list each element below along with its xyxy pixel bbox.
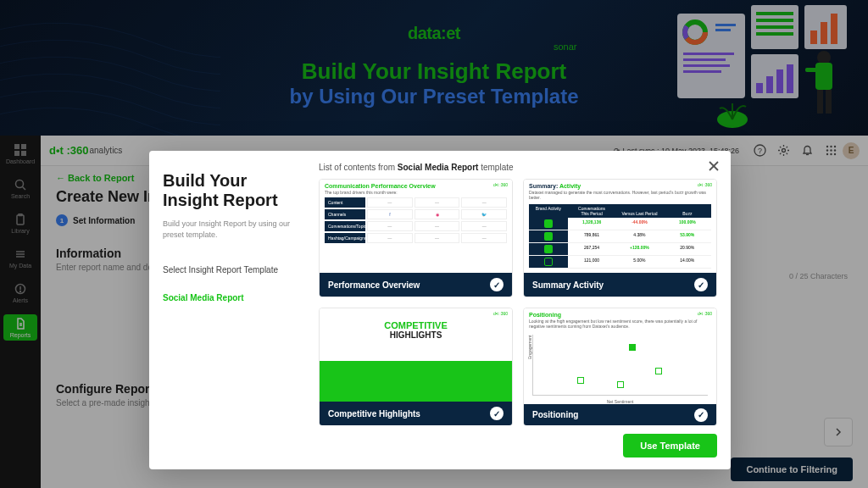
check-icon: ✓ (694, 408, 708, 422)
template-label: Select Insight Report Template (163, 265, 305, 274)
template-card-performance[interactable]: d•t :360 Communication Performance Overv… (319, 179, 513, 297)
close-button[interactable] (705, 158, 722, 175)
template-card-summary[interactable]: d•t :360 Summary: Summary: ActivityActiv… (523, 179, 717, 297)
preview-sub: Dataxet managed to generate the most con… (524, 190, 716, 202)
card-label: Competitive Highlights (328, 409, 420, 419)
preview-sub: Looking at the high engagement but low n… (524, 319, 716, 331)
preview-title: Summary: Summary: ActivityActivity (524, 180, 716, 190)
check-icon: ✓ (490, 278, 504, 291)
template-option-social-media[interactable]: Social Media Report (163, 293, 305, 302)
preview-title: COMPETITIVE (320, 308, 512, 330)
positioning-chart: Engagement (532, 335, 708, 396)
card-label: Performance Overview (328, 280, 420, 290)
check-icon: ✓ (694, 278, 708, 291)
modal-title: Build YourInsight Report (163, 171, 305, 210)
preview-title: Communication Performance Overview (320, 180, 512, 190)
card-label: Positioning (532, 410, 578, 419)
template-modal: Build YourInsight Report Build your Insi… (149, 151, 731, 469)
card-label: Summary Activity (532, 280, 604, 290)
preview-title: Positioning (524, 308, 716, 319)
template-card-positioning[interactable]: d•t :360 Positioning Looking at the high… (523, 308, 717, 425)
list-heading: List of contents from Social Media Repor… (319, 163, 717, 172)
use-template-button[interactable]: Use Template (623, 434, 717, 458)
preview-sub: The top brand drivers this month were: (320, 190, 512, 197)
template-card-competitive[interactable]: d•t :360 COMPETITIVE HIGHLIGHTS Competit… (319, 308, 513, 425)
check-icon: ✓ (490, 407, 504, 420)
modal-desc: Build your Insight Report by using our p… (163, 219, 305, 240)
preview-sub: HIGHLIGHTS (320, 330, 512, 340)
